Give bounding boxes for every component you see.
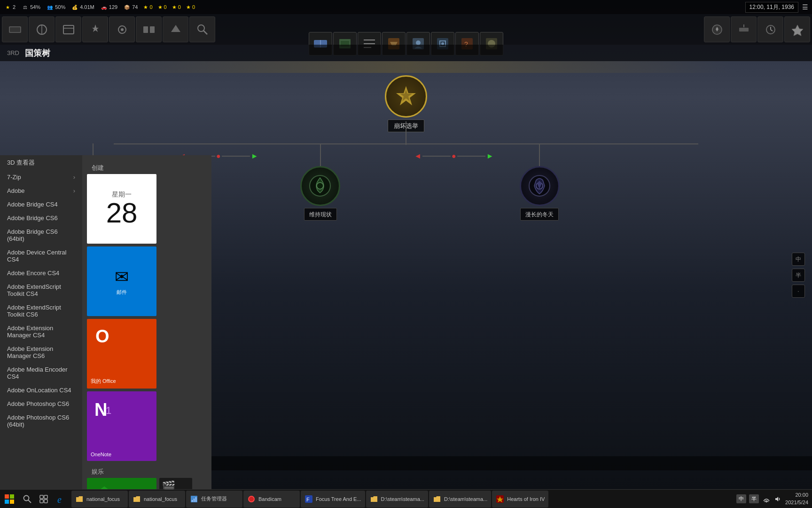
app-item-extendscript-cs4[interactable]: Adobe ExtendScript Toolkit CS4 [0, 280, 82, 301]
focus-label-center: 维持现状 [304, 208, 337, 221]
taskbar-item-bandicam[interactable]: Bandicam [243, 491, 300, 508]
taskbar-item-icon-3 [190, 495, 198, 503]
app-item-media-encoder[interactable]: Adobe Media Encoder CS4 [0, 363, 82, 383]
taskbar-item-task-manager[interactable]: 任务管理器 [186, 491, 242, 508]
ime-button-sub[interactable]: 半 [749, 494, 759, 503]
taskbar-task-view-button[interactable] [35, 490, 52, 508]
hud-stars-row: ★ 0 ★ 0 ★ 0 ★ 0 [143, 4, 195, 10]
office-label: 我的 Office [91, 378, 116, 385]
taskbar-label-7: D:\steam\steama... [444, 496, 487, 502]
svg-rect-70 [10, 494, 14, 499]
toolbar-btn-1[interactable] [2, 16, 28, 42]
svg-rect-76 [44, 495, 47, 499]
app-item-7zip[interactable]: 7-Zip [0, 170, 82, 184]
app-item-encore[interactable]: Adobe Encore CS4 [0, 266, 82, 280]
taskbar-item-national-focus-2[interactable]: national_focus [129, 491, 185, 508]
ime-button-zh[interactable]: 中 [736, 494, 746, 503]
focus-node-right[interactable]: 漫长的冬天 [520, 143, 560, 221]
taskbar-item-national-focus-1[interactable]: national_focus [71, 491, 128, 508]
toolbar-btn-3[interactable] [55, 16, 81, 42]
focus-node-center[interactable]: 维持现状 [300, 143, 340, 221]
svg-rect-71 [5, 500, 9, 504]
hud-menu-icon[interactable]: ☰ [802, 3, 808, 11]
onenote-icon-wrapper: N 1 [92, 396, 117, 424]
taskbar-item-icon-5: F [304, 495, 313, 503]
toolbar-btn-2[interactable] [29, 16, 55, 42]
toolbar-btn-8[interactable] [189, 16, 215, 42]
taskbar-clock[interactable]: 20:00 2021/5/24 [785, 492, 808, 506]
conn-v-right [539, 143, 540, 167]
app-item-photoshop-cs6-64[interactable]: Adobe Photoshop CS6 (64bit) [0, 411, 82, 431]
taskbar-start-button[interactable] [0, 490, 19, 508]
right-btn-3[interactable]: · [792, 285, 805, 298]
task-manager-icon [190, 495, 198, 503]
taskbar-item-steam-1[interactable]: D:\steam\steama... [366, 491, 428, 508]
toolbar-right-btn-1[interactable] [704, 16, 730, 42]
app-item-device-central[interactable]: Adobe Device Central CS4 [0, 246, 82, 266]
toolbar-right-btn-2[interactable] [731, 16, 757, 42]
toolbar-btn-7[interactable] [163, 16, 188, 42]
tray-icon-network[interactable] [762, 494, 771, 504]
tray-icon-volume[interactable] [773, 494, 782, 504]
tile-movies[interactable]: 🎬 电影和电视 [159, 478, 192, 489]
xbox-icon-wrapper [92, 483, 117, 489]
svg-rect-77 [40, 500, 43, 503]
svg-point-41 [317, 183, 323, 189]
hud-tanks: 🚗 129 [100, 3, 117, 11]
svg-point-22 [416, 40, 421, 45]
toolbar-right-btn-3[interactable] [757, 16, 783, 42]
task-view-icon [39, 495, 48, 503]
taskbar-item-icon-2 [133, 495, 141, 503]
right-btn-1[interactable]: 中 [792, 253, 805, 266]
right-btn-2[interactable]: 半 [792, 269, 805, 282]
app-item-adobe[interactable]: Adobe [0, 184, 82, 198]
edge-icon: e [57, 494, 67, 504]
tile-myoffice[interactable]: O 我的 Office [87, 319, 156, 389]
tile-mail[interactable]: ✉ 邮件 [87, 246, 156, 316]
connector-v-main [406, 121, 406, 145]
taskbar-item-steam-2[interactable]: D:\steam\steama... [429, 491, 491, 508]
toolbar-right [704, 16, 810, 42]
media-tiles-col: 🎬 电影和电视 照片 [159, 478, 192, 489]
app-item-ext-mgr-cs4[interactable]: Adobe Extension Manager CS4 [0, 321, 82, 342]
toolbar-btn-4[interactable] [82, 16, 108, 42]
taskbar-edge-icon[interactable]: e [54, 491, 70, 508]
taskbar-item-hoi4[interactable]: Hearts of Iron IV [492, 491, 548, 508]
taskbar-search-button[interactable] [19, 490, 35, 508]
star3-icon: ★ 0 [172, 4, 181, 10]
svg-text:1: 1 [106, 405, 111, 416]
svg-rect-4 [63, 25, 74, 34]
hud-clock[interactable]: 12:00, 11月, 1936 [745, 2, 798, 13]
svg-text:O: O [95, 326, 109, 346]
arrow-cr1: ◄ [414, 152, 422, 160]
hud-money-val: 4.01M [80, 4, 94, 10]
taskbar-item-focus-tree[interactable]: F Focus Tree And E... [301, 491, 365, 508]
start-menu: 3D 查看器 7-Zip Adobe Adobe Bridge CS4 Adob… [0, 155, 211, 489]
folder-icon-2 [133, 495, 141, 503]
arrow-cr2: ● [452, 152, 456, 160]
svg-rect-75 [40, 495, 43, 499]
svg-rect-1 [10, 27, 20, 32]
app-item-bridge-cs4[interactable]: Adobe Bridge CS4 [0, 198, 82, 211]
app-item-ext-mgr-cs6[interactable]: Adobe Extension Manager CS6 [0, 342, 82, 363]
tile-onenote[interactable]: N 1 OneNote [87, 391, 156, 461]
people-icon: 👥 [46, 3, 54, 11]
folder-steam-2-icon [433, 495, 441, 503]
toolbar-btn-6[interactable] [136, 16, 162, 42]
app-item-bridge-cs6-64[interactable]: Adobe Bridge CS6 (64bit) [0, 225, 82, 246]
hud-money: 💰 4.01M [71, 3, 94, 11]
hud-star-count: 2 [13, 4, 16, 10]
taskbar-right: 中 半 20:00 2021/5/24 [733, 492, 812, 506]
tile-xbox[interactable]: Xbox [87, 478, 156, 489]
entertainment-tiles-row: Xbox 🎬 电影和电视 [87, 478, 207, 489]
hud-percent2: 👥 50% [46, 3, 65, 11]
svg-line-12 [203, 31, 207, 34]
toolbar-right-btn-4[interactable] [784, 16, 810, 42]
app-item-photoshop-cs6[interactable]: Adobe Photoshop CS6 [0, 397, 82, 411]
app-item-extendscript-cs6[interactable]: Adobe ExtendScript Toolkit CS6 [0, 301, 82, 321]
app-item-3dviewer[interactable]: 3D 查看器 [0, 155, 82, 170]
toolbar-btn-5[interactable] [109, 16, 135, 42]
tile-calendar[interactable]: 星期一 28 [87, 174, 156, 244]
app-item-onlocation[interactable]: Adobe OnLocation CS4 [0, 383, 82, 397]
app-item-bridge-cs6[interactable]: Adobe Bridge CS6 [0, 211, 82, 225]
